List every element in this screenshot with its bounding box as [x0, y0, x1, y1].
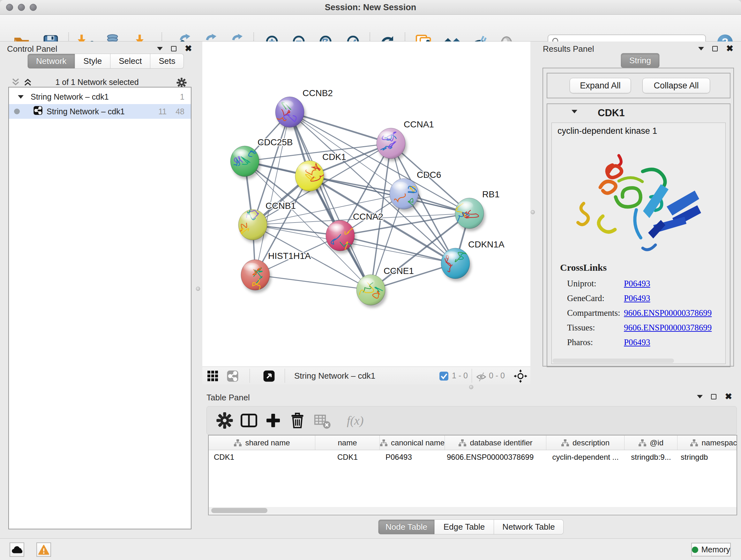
network-canvas[interactable]: CCNB2CCNA1CDC25BCDK1CDC6RB1CCNB1CCNA2CDK…	[202, 42, 530, 367]
show-columns-icon[interactable]	[240, 412, 258, 429]
node-label-CDC25B: CDC25B	[258, 137, 293, 147]
tab-node-table[interactable]: Node Table	[378, 519, 434, 535]
delete-column-trash-icon[interactable]	[288, 412, 307, 429]
cell-description[interactable]: cyclin-dependent ...	[546, 450, 624, 464]
string-network-badge-icon[interactable]	[226, 370, 239, 382]
column-header-database-identifier[interactable]: database identifier	[445, 435, 546, 450]
cell-shared-name[interactable]: CDK1	[209, 450, 315, 464]
table-row[interactable]: CDK1 CDK1 P06493 9606.ENSP00000378699 cy…	[209, 450, 737, 464]
column-header-id[interactable]: @id	[624, 435, 677, 450]
node-label-CCNB1: CCNB1	[266, 201, 296, 211]
tab-network[interactable]: Network	[27, 54, 75, 69]
network-column-icon	[561, 439, 569, 447]
open-in-string-icon[interactable]	[263, 370, 275, 382]
memory-button[interactable]: Memory	[691, 543, 731, 557]
right-splitter-handle[interactable]	[531, 210, 535, 214]
node-label-CDKN1A: CDKN1A	[468, 240, 504, 249]
tab-select[interactable]: Select	[111, 54, 150, 69]
expand-all-button[interactable]: Expand All	[569, 78, 631, 93]
node-label-HIST1H1A: HIST1H1A	[268, 251, 311, 261]
panel-close-icon[interactable]: ✖	[725, 393, 732, 400]
birds-eye-grid-icon[interactable]	[207, 370, 219, 382]
fit-center-crosshair-icon[interactable]	[514, 369, 527, 383]
cell-name[interactable]: CDK1	[315, 450, 380, 464]
warning-icon	[38, 545, 49, 555]
network-column-icon	[380, 439, 388, 447]
delete-table-icon[interactable]	[313, 412, 331, 429]
cdk1-section-header[interactable]: CDK1	[547, 104, 730, 121]
panel-menu-icon[interactable]	[698, 47, 704, 51]
network-tree-root-row[interactable]: String Network – cdk1 1	[9, 89, 191, 104]
tab-string[interactable]: String	[621, 53, 660, 68]
tissues-link[interactable]: 9606.ENSP00000378699	[624, 323, 712, 333]
node-label-CCNA2: CCNA2	[353, 212, 383, 222]
horizontal-splitter[interactable]	[202, 384, 741, 390]
collapse-all-button[interactable]: Collapse All	[643, 78, 710, 93]
results-scrollbar[interactable]	[552, 359, 674, 363]
main-toolbar: ?	[0, 15, 741, 42]
table-horizontal-scrollbar[interactable]	[209, 507, 737, 514]
column-header-canonical-name[interactable]: canonical name	[380, 435, 445, 450]
panel-close-icon[interactable]: ✖	[185, 45, 192, 52]
control-panel: Control Panel ✖ Network Style Select Set…	[0, 42, 194, 538]
tab-sets[interactable]: Sets	[150, 54, 184, 69]
network-view-toolbar: String Network – cdk1 1 - 0 0 - 0	[202, 367, 530, 384]
tab-network-table[interactable]: Network Table	[494, 519, 563, 535]
section-collapse-icon[interactable]	[571, 110, 577, 113]
network-selection-status: 1 of 1 Network selected	[3, 78, 191, 87]
tab-style[interactable]: Style	[75, 54, 111, 69]
table-header-row: shared name name canonical name database…	[209, 435, 737, 450]
node-label-CCNB2: CCNB2	[302, 88, 333, 98]
status-bar: Memory	[0, 538, 741, 560]
toolbar-separator	[472, 369, 472, 383]
tree-expand-icon[interactable]	[18, 95, 23, 99]
tab-edge-table[interactable]: Edge Table	[434, 519, 494, 535]
cell-database-identifier[interactable]: 9606.ENSP00000378699	[445, 450, 546, 464]
hidden-eye-icon	[475, 371, 487, 381]
panel-float-icon[interactable]	[711, 394, 717, 399]
left-splitter[interactable]	[194, 42, 202, 538]
warnings-button[interactable]	[37, 543, 51, 557]
network-tree-row-selected[interactable]: String Network – cdk1 11 48	[9, 104, 191, 119]
table-toolbar: f(x)	[206, 406, 737, 435]
right-splitter[interactable]	[530, 42, 535, 384]
crosslink-label: Pharos:	[560, 337, 624, 348]
panel-close-icon[interactable]: ✖	[726, 45, 733, 52]
panel-float-icon[interactable]	[171, 46, 177, 51]
genecard-link[interactable]: P06493	[624, 294, 650, 303]
horizontal-splitter-handle[interactable]	[469, 385, 473, 389]
protein-structure-image	[571, 143, 705, 258]
crosslinks-title: CrossLinks	[560, 262, 712, 273]
cell-id[interactable]: stringdb:9...	[624, 450, 677, 464]
string-results-container: Expand All Collapse All CDK1 cyclin-depe…	[542, 68, 734, 367]
column-header-namespace[interactable]: namespace	[677, 435, 737, 450]
function-builder-icon[interactable]: f(x)	[338, 412, 373, 429]
table-panel-title: Table Panel	[206, 393, 250, 402]
compartments-link[interactable]: 9606.ENSP00000378699	[624, 308, 712, 318]
panel-menu-icon[interactable]	[697, 395, 703, 398]
crosslinks-section: CrossLinks Uniprot: P06493 GeneCard: P06…	[560, 262, 712, 350]
crosslink-label: Uniprot:	[560, 279, 624, 289]
scrollbar-thumb[interactable]	[211, 508, 267, 513]
add-column-plus-icon[interactable]	[264, 412, 282, 429]
column-header-name[interactable]: name	[315, 435, 380, 450]
crosslink-label: Compartments:	[560, 308, 624, 318]
title-bar: Session: New Session	[0, 0, 741, 15]
memory-status-dot	[692, 547, 698, 553]
panel-float-icon[interactable]	[712, 46, 718, 51]
cell-canonical-name[interactable]: P06493	[380, 450, 445, 464]
network-column-icon	[458, 439, 467, 447]
pharos-link[interactable]: P06493	[624, 337, 650, 348]
cell-namespace[interactable]: stringdb	[677, 450, 737, 464]
cloud-icon	[11, 546, 22, 554]
left-splitter-handle[interactable]	[196, 287, 200, 291]
hidden-node-edge-count: 0 - 0	[489, 371, 505, 380]
column-header-shared-name[interactable]: shared name	[209, 435, 315, 450]
uniprot-link[interactable]: P06493	[624, 279, 650, 289]
gene-name: CDK1	[598, 107, 624, 119]
selected-checkbox-icon[interactable]	[439, 371, 449, 381]
cloud-status-button[interactable]	[10, 543, 24, 557]
panel-menu-icon[interactable]	[157, 47, 163, 51]
table-settings-gear-icon[interactable]	[216, 412, 233, 429]
column-header-description[interactable]: description	[546, 435, 624, 450]
